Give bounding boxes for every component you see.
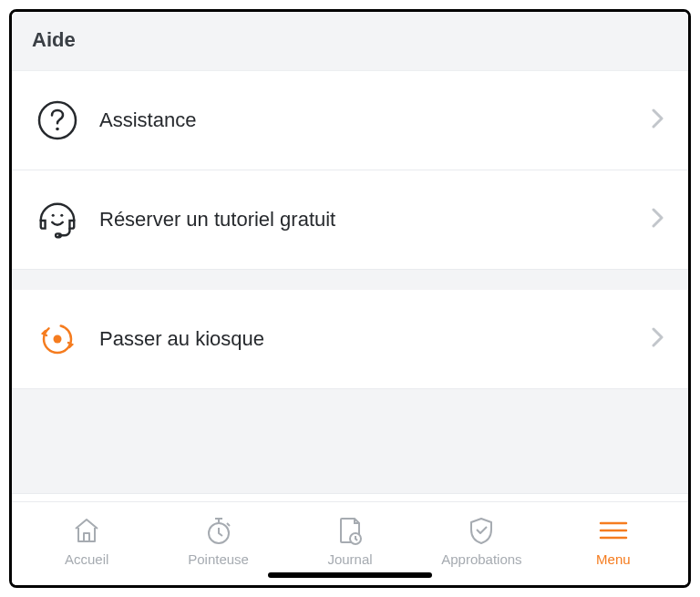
list-item-assistance[interactable]: Assistance xyxy=(12,71,688,170)
help-list: Assistance Rése xyxy=(12,71,688,502)
section-header: Aide xyxy=(12,12,688,71)
shield-check-icon xyxy=(466,515,497,546)
tab-bar: Accueil Pointeuse xyxy=(12,502,688,572)
svg-point-3 xyxy=(52,214,55,217)
list-item-tutorial[interactable]: Réserver un tutoriel gratuit xyxy=(12,170,688,270)
list-item-kiosk[interactable]: Passer au kiosque xyxy=(12,290,688,389)
kiosk-swap-icon xyxy=(36,317,79,361)
list-item-label: Assistance xyxy=(99,108,632,132)
screen-frame: Aide Assistance xyxy=(9,9,691,588)
svg-rect-7 xyxy=(84,533,89,541)
tab-menu[interactable]: Menu xyxy=(548,515,679,567)
tab-label: Pointeuse xyxy=(188,551,249,567)
section-gap xyxy=(12,270,688,290)
list-item-label: Passer au kiosque xyxy=(99,327,632,351)
tab-label: Journal xyxy=(327,551,372,567)
tab-pointeuse[interactable]: Pointeuse xyxy=(152,515,283,567)
svg-point-1 xyxy=(56,128,59,131)
tab-label: Approbations xyxy=(441,551,521,567)
tab-label: Accueil xyxy=(65,551,108,567)
list-item-label: Réserver un tutoriel gratuit xyxy=(99,208,632,232)
bottom-strip xyxy=(12,493,688,502)
home-indicator-bar xyxy=(268,572,432,578)
section-title: Aide xyxy=(32,28,668,52)
chevron-right-icon xyxy=(652,208,664,232)
tab-approbations[interactable]: Approbations xyxy=(416,515,547,567)
home-indicator xyxy=(12,572,688,585)
spacer xyxy=(12,389,688,493)
home-icon xyxy=(71,515,102,546)
headset-icon xyxy=(36,198,79,242)
tab-accueil[interactable]: Accueil xyxy=(21,515,152,567)
chevron-right-icon xyxy=(652,327,664,351)
journal-clock-icon xyxy=(335,515,365,546)
svg-point-6 xyxy=(54,335,62,344)
chevron-right-icon xyxy=(652,108,664,132)
tab-journal[interactable]: Journal xyxy=(284,515,416,567)
tab-label: Menu xyxy=(596,551,631,567)
menu-lines-icon xyxy=(598,515,629,546)
stopwatch-icon xyxy=(203,515,234,546)
question-circle-icon xyxy=(36,98,79,142)
svg-point-4 xyxy=(60,214,63,217)
